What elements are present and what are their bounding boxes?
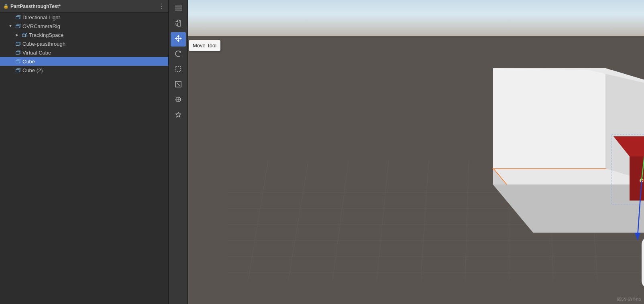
tree-item-label: TrackingSpace [29, 32, 63, 38]
tree-item-label: Cube (2) [22, 67, 43, 73]
custom-tool-button[interactable] [171, 108, 186, 123]
menu-tool-button[interactable] [171, 2, 186, 16]
scale-tool-button[interactable] [171, 78, 186, 92]
svg-rect-25 [16, 61, 19, 63]
viewport[interactable]: 655N-6YY-nb [188, 0, 644, 304]
svg-marker-21 [16, 51, 20, 51]
tree-item-label: OVRCameraRig [22, 23, 60, 29]
hierarchy-header: 🔒 PartPassthroughTest* ⋮ [0, 0, 168, 13]
cube-icon [14, 58, 21, 65]
scale-icon [175, 81, 181, 89]
cube-icon [14, 41, 21, 47]
tree-item-tracking-space[interactable]: ▶ TrackingSpace [0, 30, 168, 39]
svg-marker-40 [177, 35, 179, 37]
tree-item-label: Cube-passthrough [22, 41, 65, 47]
hand-tool-button[interactable] [171, 17, 186, 31]
hand-icon [175, 20, 181, 28]
tree: Directional Light ▼ OVRCameraRig ▶ [0, 13, 168, 75]
arrow-icon: ▼ [8, 24, 13, 28]
tree-item-label: Cube [22, 59, 35, 65]
universal-icon [175, 96, 181, 104]
hierarchy-title-label: PartPassthroughTest* [10, 4, 61, 9]
menu-icon [175, 5, 182, 12]
svg-rect-0 [16, 16, 19, 19]
tree-item-label: Directional Light [22, 14, 60, 20]
svg-rect-5 [16, 25, 19, 28]
tree-item-label: Virtual Cube [22, 50, 51, 56]
tree-item-cube-passthrough[interactable]: Cube-passthrough [0, 39, 168, 48]
svg-marker-26 [16, 59, 20, 60]
universal-tool-button[interactable] [171, 93, 186, 107]
cube-icon [14, 14, 21, 20]
hierarchy-panel: 🔒 PartPassthroughTest* ⋮ Directional Lig… [0, 0, 169, 304]
custom-icon [175, 111, 181, 120]
svg-marker-6 [16, 24, 20, 25]
cube-icon [14, 49, 21, 56]
arrow-icon: ▶ [14, 33, 19, 37]
tree-item-cube-2[interactable]: Cube (2) [0, 66, 168, 75]
svg-rect-10 [22, 34, 25, 37]
svg-marker-43 [180, 37, 182, 40]
svg-rect-15 [16, 43, 19, 46]
cube-icon [21, 32, 27, 38]
svg-rect-30 [16, 69, 19, 72]
rotate-tool-button[interactable] [171, 47, 186, 62]
move-tool-button[interactable] [171, 32, 186, 47]
tree-item-directional-light[interactable]: Directional Light [0, 13, 168, 22]
svg-rect-84 [642, 237, 644, 289]
tree-item-ovr-camera-rig[interactable]: ▼ OVRCameraRig [0, 22, 168, 30]
svg-marker-70 [493, 68, 605, 168]
svg-rect-45 [176, 67, 181, 71]
svg-rect-20 [16, 52, 19, 55]
svg-line-47 [177, 83, 180, 86]
hierarchy-title: 🔒 PartPassthroughTest* [3, 4, 61, 9]
viewport-watermark: 655N-6YY-nb [617, 297, 641, 302]
cube-icon [14, 23, 21, 29]
svg-marker-11 [22, 33, 26, 34]
rect-select-tool-button[interactable] [171, 63, 186, 77]
toolbar-panel: Move Tool [169, 0, 188, 304]
lock-icon: 🔒 [3, 4, 9, 9]
rotate-icon [175, 50, 182, 59]
rect-select-icon [175, 66, 181, 74]
move-icon [175, 35, 182, 44]
hierarchy-more-options[interactable]: ⋮ [159, 2, 165, 10]
svg-marker-41 [177, 40, 179, 42]
scene-svg [188, 0, 644, 304]
svg-marker-42 [175, 37, 177, 40]
svg-marker-1 [16, 15, 20, 16]
tree-item-cube[interactable]: Cube [0, 57, 168, 66]
svg-marker-16 [16, 42, 20, 43]
svg-marker-31 [16, 68, 20, 69]
cube-icon [14, 67, 21, 73]
tool-buttons [171, 2, 186, 123]
tree-item-virtual-cube[interactable]: Virtual Cube [0, 48, 168, 57]
